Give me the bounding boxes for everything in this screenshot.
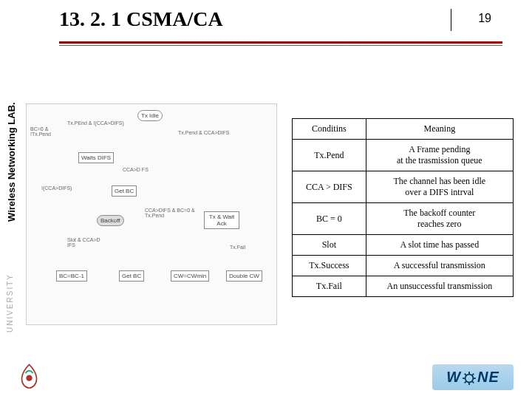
table-row: BC = 0 The backoff counter reaches zero <box>293 203 514 235</box>
slide-title: 13. 2. 1 CSMA/CA <box>59 7 502 31</box>
state-bc-dec: BC=BC-1 <box>56 270 87 282</box>
svg-line-9 <box>465 381 467 383</box>
edge-label: Tx.Pend & CCA>DIFS <box>178 130 245 135</box>
cell-cond: Tx.Pend <box>293 140 366 171</box>
edge-label: CCA>DIFS & BC=0 & Tx.Pend <box>145 208 197 218</box>
edge-label: Tx.PEnd & !(CCA>DIFS) <box>67 120 134 126</box>
table-header-meaning: Meaning <box>366 119 513 140</box>
state-tx-wait-ack: Tx & Wait Ack <box>204 211 239 229</box>
edge-label: !(CCA>DIFS) <box>41 185 72 191</box>
cell-meaning: A Frame pending at the trasmission queue <box>366 140 513 171</box>
svg-line-7 <box>472 381 474 383</box>
cell-meaning: An unsuccessful transmission <box>366 276 513 297</box>
state-cw-cwmin: CW=CWmin <box>171 270 209 282</box>
sidebar-university-label: UNIVERSITY <box>6 273 14 332</box>
table-row: Tx.Pend A Frame pending at the trasmissi… <box>293 140 514 171</box>
cell-meaning: The backoff counter reaches zero <box>366 203 513 235</box>
edge-label: Slot & CCA>D IFS <box>67 237 100 248</box>
edge-label: BC=0 & !Tx.Pend <box>30 126 67 137</box>
cell-cond: BC = 0 <box>293 203 366 235</box>
table-row: Tx.Success A successful transmission <box>293 256 514 276</box>
svg-point-0 <box>26 375 32 381</box>
state-get-bc2: Get BC <box>119 270 144 282</box>
page-divider <box>451 9 502 31</box>
wine-logo-text-prefix: W <box>446 369 461 386</box>
cell-meaning: A successful transmission <box>366 256 513 276</box>
cell-cond: Slot <box>293 235 366 256</box>
edge-label: CCA>D FS <box>123 167 149 172</box>
cell-cond: CCA > DIFS <box>293 171 366 203</box>
gear-icon <box>463 372 476 385</box>
table-row: Tx.Fail An unsuccessful transmission <box>293 276 514 297</box>
header-underline <box>59 41 502 44</box>
wine-logo-text-suffix: NE <box>477 369 499 386</box>
table-row: CCA > DIFS The channel has been idle ove… <box>293 171 514 203</box>
table-row: Slot A slot time has passed <box>293 235 514 256</box>
slide-header: 13. 2. 1 CSMA/CA 19 <box>59 7 502 44</box>
state-tx-idle: Tx Idle <box>137 110 163 121</box>
wine-logo: WNE <box>432 364 514 390</box>
svg-line-8 <box>472 373 474 375</box>
state-double-cw: Double CW <box>226 270 262 282</box>
cell-meaning: A slot time has passed <box>366 235 513 256</box>
state-get-bc: Get BC <box>112 185 137 197</box>
page-number: 19 <box>478 12 491 25</box>
sidebar-lab-label: Wireless Networking LAB. <box>6 102 17 222</box>
cell-cond: Tx.Fail <box>293 276 366 297</box>
state-waits-difs: Waits DIFS <box>78 152 114 163</box>
cell-cond: Tx.Success <box>293 256 366 276</box>
svg-line-6 <box>465 373 467 375</box>
conditions-table: Conditins Meaning Tx.Pend A Frame pendin… <box>292 118 514 297</box>
flowchart-diagram: Tx Idle BC=0 & !Tx.Pend Tx.PEnd & !(CCA>… <box>26 103 277 325</box>
edge-label: Tx.Fail <box>230 245 245 250</box>
cell-meaning: The channel has been idle over a DIFS in… <box>366 171 513 203</box>
table-header-conditions: Conditins <box>293 119 366 140</box>
state-backoff: Backoff <box>97 215 124 226</box>
kwangwoon-logo-icon <box>16 362 42 392</box>
